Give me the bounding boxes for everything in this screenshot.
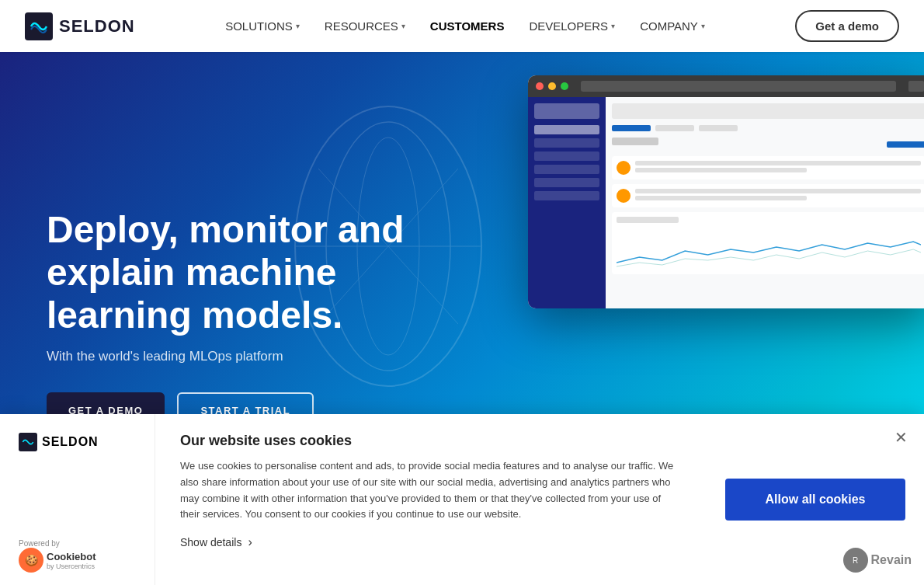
browser-bar	[528, 75, 924, 97]
cookie-body: We use cookies to personalise content an…	[180, 458, 682, 523]
dash-section-title	[612, 138, 658, 145]
cookiebot-powered: Powered by 🍪 Cookiebot by Usercentrics	[19, 539, 136, 573]
dash-card-line-1b	[635, 168, 807, 172]
dash-sidebar-item-1	[534, 125, 599, 134]
revain-icon: R	[843, 548, 868, 573]
dash-card-line-1a	[635, 161, 921, 165]
browser-dot-green	[561, 82, 568, 90]
cookiebot-icon: 🍪	[19, 548, 43, 573]
dash-sidebar-item-6	[534, 191, 599, 200]
dashboard-body	[528, 97, 924, 308]
dash-sidebar-item-3	[534, 151, 599, 161]
nav-solutions[interactable]: SOLUTIONS ▾	[225, 19, 300, 33]
cookiebot-name-block: Cookiebot by Usercentrics	[47, 551, 96, 570]
cookie-show-details[interactable]: Show details ›	[180, 535, 682, 549]
show-details-arrow: ›	[248, 535, 252, 549]
get-demo-button[interactable]: Get a demo	[795, 10, 899, 42]
hero-title: Deploy, monitor and explain machine lear…	[47, 208, 435, 337]
cookie-banner: SELDON Powered by 🍪 Cookiebot by Usercen…	[0, 414, 924, 585]
dash-card-text-2	[635, 189, 921, 203]
revain-badge: R Revain	[843, 548, 912, 573]
dashboard-mockup	[528, 75, 924, 308]
cookie-seldon-icon	[19, 433, 37, 451]
dash-card-line-2a	[635, 189, 921, 193]
developers-chevron: ▾	[611, 22, 615, 30]
navbar-logo[interactable]: SELDON	[25, 12, 135, 40]
dash-card-text-1	[635, 161, 921, 175]
revain-text: Revain	[871, 553, 912, 567]
hero-content: Deploy, monitor and explain machine lear…	[47, 208, 435, 430]
cookie-content: Our website uses cookies We use cookies …	[155, 414, 707, 585]
hero-subtitle: With the world's leading MLOps platform	[47, 349, 435, 364]
dash-card-2	[612, 184, 924, 207]
company-chevron: ▾	[701, 22, 705, 30]
dash-section-header	[612, 138, 924, 151]
dash-chart-area	[617, 228, 921, 274]
dash-topbar	[612, 103, 924, 119]
resources-chevron: ▾	[401, 22, 405, 30]
navbar-logo-text: SELDON	[59, 16, 135, 37]
dash-tab-active	[612, 125, 651, 131]
cookiebot-name: Cookiebot	[47, 551, 96, 562]
dash-card-line-2b	[635, 196, 807, 200]
navbar-links: SOLUTIONS ▾ RESOURCES ▾ CUSTOMERS DEVELO…	[225, 19, 705, 33]
nav-resources[interactable]: RESOURCES ▾	[325, 19, 405, 33]
nav-company[interactable]: COMPANY ▾	[640, 19, 705, 33]
dash-card-1	[612, 156, 924, 179]
dash-chart-title	[617, 217, 679, 223]
solutions-chevron: ▾	[296, 22, 300, 30]
dash-card-icon-2	[617, 189, 630, 203]
dash-card-icon-1	[617, 161, 630, 175]
seldon-logo-icon	[25, 12, 53, 40]
cookie-logo: SELDON	[19, 433, 136, 451]
dash-add-btn	[887, 141, 924, 148]
cookie-close-button[interactable]: ✕	[890, 427, 912, 448]
cookiebot-sub: by Usercentrics	[47, 562, 96, 570]
dash-tab-1	[655, 125, 694, 131]
dash-main	[606, 97, 924, 308]
dash-sidebar	[528, 97, 606, 308]
cookie-logo-section: SELDON Powered by 🍪 Cookiebot by Usercen…	[0, 414, 155, 585]
cookie-actions: ✕ Allow all cookies R Revain	[707, 414, 924, 585]
dash-sidebar-logo	[534, 103, 599, 119]
powered-by-text: Powered by	[19, 539, 136, 548]
cookiebot-logo: 🍪 Cookiebot by Usercentrics	[19, 548, 136, 573]
browser-address-bar	[581, 81, 896, 92]
dash-sidebar-item-4	[534, 165, 599, 174]
cookie-logo-text: SELDON	[42, 435, 99, 449]
dash-sidebar-item-2	[534, 138, 599, 148]
dash-tabs	[612, 125, 924, 131]
dash-tab-2	[699, 125, 738, 131]
cookie-title: Our website uses cookies	[180, 433, 682, 449]
nav-developers[interactable]: DEVELOPERS ▾	[529, 19, 615, 33]
browser-menu	[908, 81, 924, 92]
dash-chart	[612, 212, 924, 274]
browser-dot-red	[536, 82, 544, 90]
browser-dot-yellow	[548, 82, 556, 90]
navbar: SELDON SOLUTIONS ▾ RESOURCES ▾ CUSTOMERS…	[0, 0, 924, 52]
dash-sidebar-item-5	[534, 178, 599, 187]
nav-customers[interactable]: CUSTOMERS	[430, 19, 505, 33]
allow-all-cookies-button[interactable]: Allow all cookies	[725, 479, 905, 521]
